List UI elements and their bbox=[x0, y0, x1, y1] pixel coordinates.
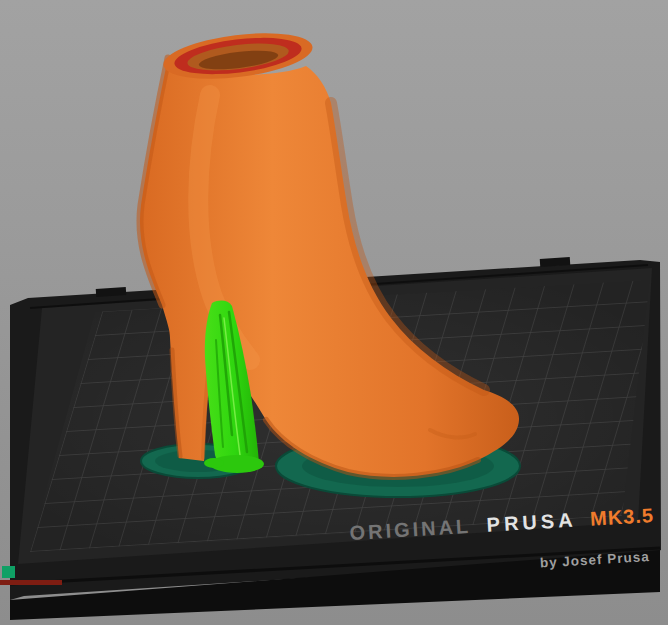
support-base-blob-small bbox=[204, 458, 224, 468]
bed-corner-marker-green bbox=[2, 566, 15, 578]
bed-corner-marker-red bbox=[0, 580, 62, 585]
slicer-viewport[interactable]: ORIGINAL PRUSA MK3.5 by Josef Prusa bbox=[0, 0, 668, 625]
bed-label-model: MK3.5 bbox=[589, 504, 654, 530]
scene-3d: ORIGINAL PRUSA MK3.5 by Josef Prusa bbox=[0, 0, 668, 625]
boot-model[interactable] bbox=[140, 26, 519, 477]
